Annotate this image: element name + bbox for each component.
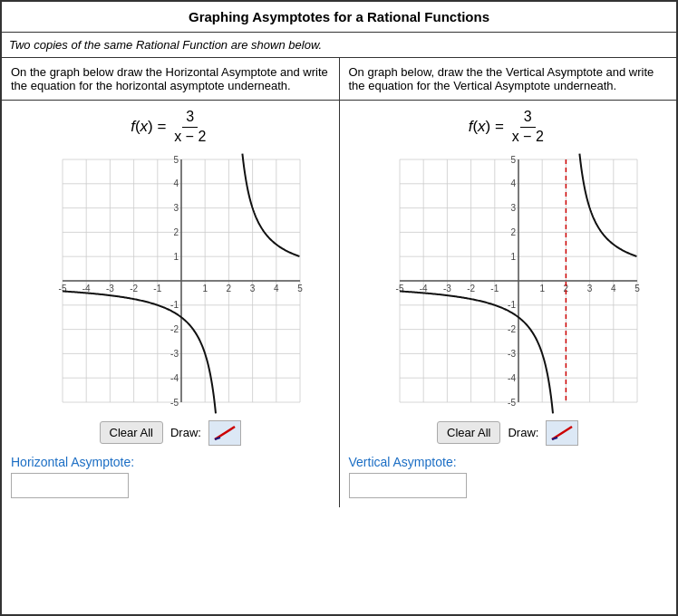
right-draw-swatch[interactable] — [546, 420, 578, 446]
left-func-title: f(x) = 3 x − 2 — [131, 108, 209, 147]
right-func-label: f(x) = — [469, 118, 508, 135]
right-panel: f(x) = 3 x − 2 Clear All Draw: — [340, 101, 677, 507]
right-denominator: x − 2 — [508, 128, 547, 147]
right-instruction: On graph below, draw the the Vertical As… — [340, 58, 677, 100]
page-title: Graphing Asymptotes for a Rational Funct… — [2, 2, 676, 33]
left-denominator: x − 2 — [170, 128, 209, 147]
left-asymptote-section: Horizontal Asymptote: — [11, 455, 330, 498]
right-asymptote-label: Vertical Asymptote: — [349, 455, 668, 469]
left-instruction: On the graph below draw the Horizontal A… — [2, 58, 340, 100]
right-pen-icon — [548, 423, 576, 443]
left-asymptote-input[interactable] — [11, 473, 129, 498]
right-asymptote-input[interactable] — [349, 473, 467, 498]
left-graph-area — [30, 152, 311, 415]
right-graph-area — [367, 152, 648, 415]
left-fraction: 3 x − 2 — [170, 108, 209, 147]
right-numerator: 3 — [520, 108, 536, 128]
outer-container: Graphing Asymptotes for a Rational Funct… — [0, 0, 678, 616]
main-panels: f(x) = 3 x − 2 Clear All Draw: — [2, 101, 676, 507]
instruction-row: On the graph below draw the Horizontal A… — [2, 58, 676, 101]
left-btn-row: Clear All Draw: — [100, 420, 241, 446]
left-draw-label: Draw: — [170, 426, 201, 439]
left-pen-icon — [211, 423, 238, 443]
left-clear-button[interactable]: Clear All — [100, 421, 163, 444]
left-func-label: f(x) = — [131, 118, 170, 135]
right-draw-label: Draw: — [508, 426, 538, 439]
right-canvas[interactable] — [367, 152, 648, 415]
left-numerator: 3 — [182, 108, 198, 128]
right-btn-row: Clear All Draw: — [437, 420, 578, 446]
left-canvas[interactable] — [30, 152, 311, 415]
subtitle: Two copies of the same Rational Function… — [2, 33, 676, 58]
right-func-title: f(x) = 3 x − 2 — [469, 108, 547, 147]
left-draw-swatch[interactable] — [208, 420, 241, 446]
left-asymptote-label: Horizontal Asymptote: — [11, 455, 330, 469]
left-panel: f(x) = 3 x − 2 Clear All Draw: — [2, 101, 340, 507]
right-clear-button[interactable]: Clear All — [437, 421, 500, 444]
right-fraction: 3 x − 2 — [508, 108, 547, 147]
right-asymptote-section: Vertical Asymptote: — [349, 455, 668, 498]
